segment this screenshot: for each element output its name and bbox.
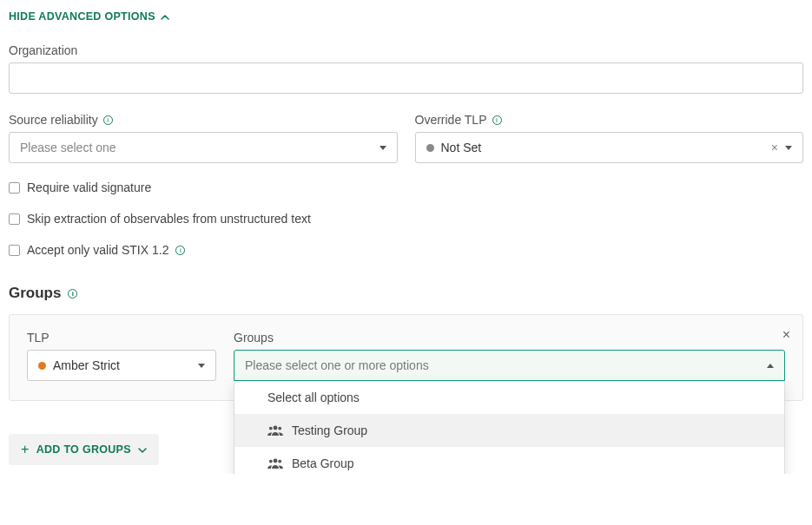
groups-title-text: Groups	[9, 285, 61, 302]
accept-stix-label: Accept only valid STIX 1.2	[27, 243, 168, 257]
dropdown-option-beta-group[interactable]: Beta Group	[234, 447, 784, 474]
panel-groups-label: Groups	[234, 331, 785, 345]
chevron-down-icon	[138, 443, 147, 456]
dropdown-option-select-all[interactable]: Select all options	[234, 381, 784, 414]
groups-multiselect[interactable]: Please select one or more options	[234, 350, 785, 381]
require-valid-signature-row[interactable]: Require valid signature	[9, 180, 803, 194]
svg-point-0	[274, 426, 278, 430]
add-to-groups-button[interactable]: + ADD TO GROUPS	[9, 434, 159, 465]
skip-extraction-label: Skip extraction of observables from unst…	[27, 212, 311, 226]
group-icon	[267, 425, 283, 436]
dropdown-option-label: Select all options	[267, 390, 360, 404]
organization-input[interactable]	[9, 62, 803, 94]
tlp-select[interactable]: Amber Strict	[27, 350, 216, 381]
checkbox-icon[interactable]	[9, 182, 20, 194]
tlp-label: TLP	[27, 331, 216, 345]
groups-panel: × TLP Amber Strict Groups Please select …	[9, 314, 803, 401]
checkbox-icon[interactable]	[9, 213, 20, 225]
override-tlp-select[interactable]: Not Set ×	[415, 132, 804, 163]
svg-point-2	[278, 427, 281, 430]
groups-dropdown: Select all options Testing Group Beta Gr…	[234, 381, 785, 474]
info-icon[interactable]: i	[68, 289, 77, 299]
info-icon[interactable]: i	[175, 246, 185, 255]
dropdown-option-testing-group[interactable]: Testing Group	[234, 414, 784, 447]
groups-section-title: Groups i	[9, 285, 803, 302]
source-reliability-placeholder: Please select one	[20, 141, 116, 154]
add-to-groups-label: ADD TO GROUPS	[36, 443, 131, 456]
clear-icon[interactable]: ×	[771, 141, 778, 154]
override-tlp-label: Override TLP i	[415, 113, 804, 127]
hide-advanced-toggle[interactable]: HIDE ADVANCED OPTIONS	[9, 10, 169, 23]
dropdown-option-label: Beta Group	[292, 456, 354, 470]
chevron-up-icon	[767, 364, 774, 368]
override-tlp-value: Not Set	[441, 141, 482, 154]
tlp-dot-icon	[38, 362, 46, 370]
tlp-value: Amber Strict	[53, 358, 120, 372]
chevron-up-icon	[161, 10, 169, 23]
source-reliability-select[interactable]: Please select one	[9, 132, 398, 163]
organization-label-text: Organization	[9, 43, 77, 57]
source-reliability-label-text: Source reliability	[9, 113, 98, 127]
panel-groups-label-text: Groups	[234, 331, 274, 345]
require-valid-signature-label: Require valid signature	[27, 180, 151, 194]
source-reliability-label: Source reliability i	[9, 113, 398, 127]
hide-advanced-label: HIDE ADVANCED OPTIONS	[9, 10, 155, 23]
skip-extraction-row[interactable]: Skip extraction of observables from unst…	[9, 212, 803, 226]
info-icon[interactable]: i	[492, 115, 502, 125]
checkbox-icon[interactable]	[9, 245, 20, 256]
svg-point-4	[269, 460, 273, 463]
dropdown-option-label: Testing Group	[292, 423, 367, 437]
plus-icon: +	[21, 443, 30, 456]
info-icon[interactable]: i	[103, 115, 113, 125]
chevron-down-icon	[198, 364, 205, 368]
svg-point-3	[274, 459, 278, 463]
svg-point-1	[269, 427, 273, 430]
override-tlp-label-text: Override TLP	[415, 113, 487, 127]
organization-label: Organization	[9, 43, 803, 57]
svg-point-5	[278, 460, 281, 463]
tlp-dot-icon	[426, 144, 434, 152]
group-icon	[267, 458, 283, 469]
tlp-label-text: TLP	[27, 331, 50, 345]
groups-placeholder: Please select one or more options	[245, 358, 429, 372]
chevron-down-icon	[380, 146, 386, 150]
accept-stix-row[interactable]: Accept only valid STIX 1.2 i	[9, 243, 803, 257]
chevron-down-icon	[785, 146, 792, 150]
